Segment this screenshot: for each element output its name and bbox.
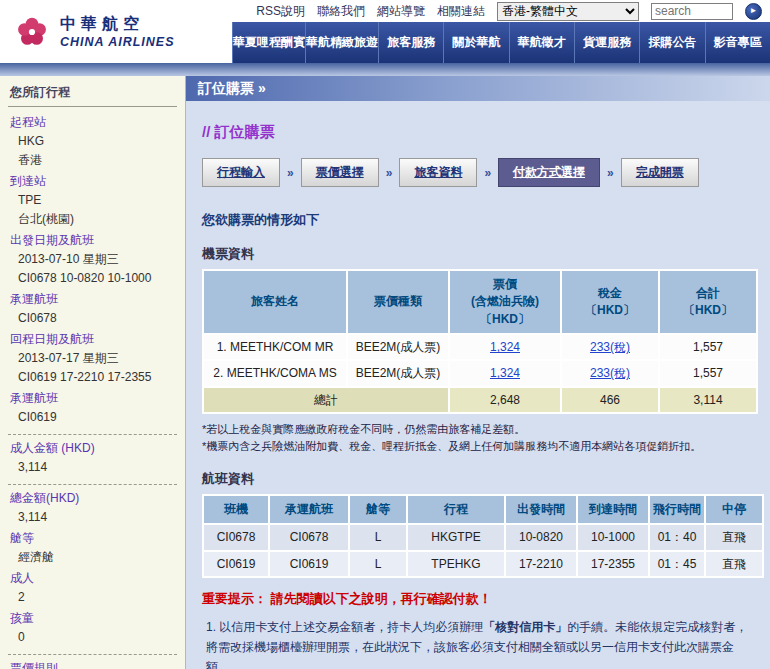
- tax-amount-link[interactable]: 233(稅): [590, 366, 630, 380]
- operating-carrier-label-outbound: 承運航班: [8, 288, 177, 309]
- nav-item-careers[interactable]: 華航徵才: [509, 22, 574, 63]
- step-payment-method[interactable]: 付款方式選擇: [498, 158, 600, 187]
- operating-flight: CI0619: [270, 552, 348, 576]
- ticket-row: 1. MEETHK/COM MR BEE2M(成人票) 1,324 233(稅)…: [204, 335, 756, 359]
- tax-cell: 233(稅): [562, 361, 658, 385]
- ticket-row: 2. MEETHK/COMA MS BEE2M(成人票) 1,324 233(稅…: [204, 361, 756, 385]
- cabin-class: L: [350, 552, 406, 576]
- notice-item-number: 1.: [206, 620, 216, 634]
- cabin-class-label: 艙等: [8, 527, 177, 548]
- flight-duration: 01：45: [650, 552, 704, 576]
- tax-amount-link[interactable]: 233(稅): [590, 340, 630, 354]
- destination-station-label: 到達站: [8, 170, 177, 191]
- return-flight: CI0619 17-2210 17-2355: [8, 368, 177, 387]
- important-notice: 重要提示： 請先閱讀以下之說明，再行確認付款！: [202, 590, 754, 608]
- return-date: 2013-07-17 星期三: [8, 349, 177, 368]
- step-passenger-info[interactable]: 旅客資料: [399, 158, 477, 187]
- th-total: 合計 〔HKD〕: [660, 271, 756, 333]
- fare-amount-link[interactable]: 1,324: [490, 340, 520, 354]
- airline-logo[interactable]: 中華航空 CHINA AIRLINES: [0, 0, 232, 63]
- row-total: 1,557: [660, 361, 756, 385]
- important-notice-title: 重要提示：: [202, 591, 267, 606]
- nav-item-passenger-service[interactable]: 旅客服務: [378, 22, 443, 63]
- flight-section-title: 航班資料: [202, 470, 754, 488]
- sidebar-title: 您所訂行程: [8, 82, 177, 107]
- language-select[interactable]: 香港-繁體中文: [497, 2, 639, 21]
- intro-text: 您欲購票的情形如下: [202, 211, 754, 229]
- search-input[interactable]: [651, 3, 733, 20]
- nav-item-tours[interactable]: 華航精緻旅遊: [305, 22, 378, 63]
- operating-carrier-return: CI0619: [8, 408, 177, 427]
- notice-item-text-bold: 「核對信用卡」: [483, 620, 567, 634]
- stopover: 直飛: [706, 525, 762, 549]
- stopover: 直飛: [706, 552, 762, 576]
- header-right: RSS說明 聯絡我們 網站導覽 相關連結 香港-繁體中文 ► 華夏哩程酬賓 華航…: [232, 0, 770, 63]
- topbar-link-rss[interactable]: RSS說明: [256, 3, 305, 20]
- origin-code: HKG: [8, 132, 177, 151]
- search-go-button[interactable]: ►: [745, 3, 762, 20]
- destination-city: 台北(桃園): [8, 210, 177, 229]
- step-arrow-icon: »: [484, 166, 491, 180]
- sidebar-divider: [8, 434, 177, 435]
- utility-bar: RSS說明 聯絡我們 網站導覽 相關連結 香港-繁體中文 ►: [232, 0, 770, 22]
- notice-item-text-pre: 以信用卡支付上述交易金額者，持卡人均必須辦理: [219, 620, 483, 634]
- nav-item-cargo[interactable]: 貨運服務: [574, 22, 639, 63]
- important-notice-subtitle: 請先閱讀以下之說明，再行確認付款！: [271, 591, 492, 606]
- total-amount: 3,114: [8, 508, 177, 527]
- row-total: 1,557: [660, 335, 756, 359]
- th-cabin-class: 艙等: [350, 496, 406, 523]
- arrival-time: 17-2355: [578, 552, 648, 576]
- site-header: 中華航空 CHINA AIRLINES RSS說明 聯絡我們 網站導覽 相關連結…: [0, 0, 770, 63]
- nav-item-about[interactable]: 關於華航: [443, 22, 508, 63]
- fare-cell: 1,324: [450, 361, 560, 385]
- nav-item-media[interactable]: 影音專區: [705, 22, 770, 63]
- step-fare-selection[interactable]: 票價選擇: [301, 158, 379, 187]
- topbar-link-sitemap[interactable]: 網站導覽: [377, 3, 425, 20]
- th-operating-flight: 承運航班: [270, 496, 348, 523]
- flight-row: CI0678 CI0678 L HKGTPE 10-0820 10-1000 0…: [204, 525, 762, 549]
- return-date-label: 回程日期及航班: [8, 328, 177, 349]
- th-fare: 票價 (含燃油兵險) 〔HKD〕: [450, 271, 560, 333]
- ticket-table: 旅客姓名 票價種類 票價 (含燃油兵險) 〔HKD〕 稅金 〔HKD〕 合計 〔…: [202, 269, 758, 414]
- cabin-class: 經濟艙: [8, 548, 177, 567]
- logo-english-name: CHINA AIRLINES: [60, 35, 174, 49]
- breadcrumb: 訂位購票 »: [186, 76, 770, 101]
- fare-cell: 1,324: [450, 335, 560, 359]
- trip-summary-sidebar: 您所訂行程 起程站 HKG 香港 到達站 TPE 台北(桃園) 出發日期及航班 …: [0, 76, 186, 669]
- departure-date-label: 出發日期及航班: [8, 229, 177, 250]
- fare-rules-link[interactable]: 票價規則: [8, 657, 177, 669]
- flight-header-row: 班機 承運航班 艙等 行程 出發時間 到達時間 飛行時間 中停: [204, 496, 762, 523]
- header-gradient-strip: [0, 63, 770, 76]
- adult-count: 2: [8, 588, 177, 607]
- th-flight-no: 班機: [204, 496, 268, 523]
- ticket-notes: *若以上稅金與實際應繳政府稅金不同時，仍然需由旅客補足差額。 *機票內含之兵險燃…: [202, 421, 754, 456]
- notice-item-1: 1. 以信用卡支付上述交易金額者，持卡人均必須辦理「核對信用卡」的手續。未能依規…: [202, 617, 754, 669]
- origin-city: 香港: [8, 151, 177, 170]
- arrival-time: 10-1000: [578, 525, 648, 549]
- step-itinerary[interactable]: 行程輸入: [202, 158, 280, 187]
- flight-no: CI0619: [204, 552, 268, 576]
- nav-item-mileage[interactable]: 華夏哩程酬賓: [232, 22, 305, 63]
- total-amount-label: 總金額(HKD): [8, 487, 177, 508]
- main-area: 訂位購票 » // 訂位購票 行程輸入 » 票價選擇 » 旅客資料 » 付款方式…: [186, 76, 770, 669]
- nav-item-procurement[interactable]: 採購公告: [639, 22, 704, 63]
- main-body: // 訂位購票 行程輸入 » 票價選擇 » 旅客資料 » 付款方式選擇 » 完成…: [186, 101, 770, 669]
- adult-amount-label: 成人金額 (HKD): [8, 437, 177, 458]
- flight-duration: 01：40: [650, 525, 704, 549]
- content: 您所訂行程 起程站 HKG 香港 到達站 TPE 台北(桃園) 出發日期及航班 …: [0, 76, 770, 669]
- go-arrow-icon: ►: [750, 4, 758, 18]
- operating-carrier-label-return: 承運航班: [8, 387, 177, 408]
- plum-blossom-logo-icon: [12, 12, 52, 52]
- th-passenger-name: 旅客姓名: [204, 271, 346, 333]
- topbar-link-contact[interactable]: 聯絡我們: [317, 3, 365, 20]
- child-count-label: 孩童: [8, 607, 177, 628]
- fare-type: BEE2M(成人票): [348, 335, 448, 359]
- flight-row: CI0619 CI0619 L TPEHKG 17-2210 17-2355 0…: [204, 552, 762, 576]
- route: HKGTPE: [408, 525, 504, 549]
- adult-count-label: 成人: [8, 567, 177, 588]
- step-ticket-complete[interactable]: 完成開票: [621, 158, 699, 187]
- step-arrow-icon: »: [287, 166, 294, 180]
- th-route: 行程: [408, 496, 504, 523]
- fare-amount-link[interactable]: 1,324: [490, 366, 520, 380]
- topbar-link-related[interactable]: 相關連結: [437, 3, 485, 20]
